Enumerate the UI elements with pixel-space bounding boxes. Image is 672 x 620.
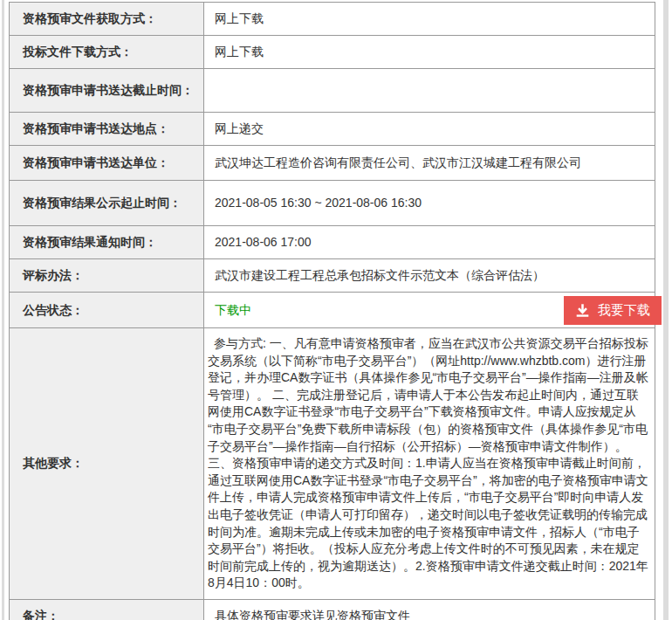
row-label-bid-file-download: 投标文件下载方式： (10, 36, 204, 69)
download-button-label: 我要下载 (598, 302, 650, 319)
row-value-result-notice-time: 2021-08-06 17:00 (204, 226, 655, 259)
table-row: 资格预审申请书送达地点： 网上递交 (10, 113, 655, 146)
row-label-delivery-unit: 资格预审申请书送达单位： (10, 146, 204, 181)
row-value-application-deadline (204, 69, 655, 113)
table-row: 资格预审申请书送达单位： 武汉坤达工程造价咨询有限责任公司、武汉市江汉城建工程有… (10, 146, 655, 181)
table-row: 评标办法： 武汉市建设工程工程总承包招标文件示范文本（综合评估法） (10, 259, 655, 293)
table-row: 资格预审结果公示起止时间： 2021-08-05 16:30 ~ 2021-08… (10, 181, 655, 226)
status-badge: 下载中 (215, 303, 251, 317)
table-row: 公告状态： 下载中 我要下载 (10, 293, 655, 328)
row-value-remarks: 具体资格预审要求详见资格预审文件 (204, 599, 655, 620)
row-label-announcement-status: 公告状态： (10, 293, 204, 328)
row-value-delivery-unit: 武汉坤达工程造价咨询有限责任公司、武汉市江汉城建工程有限公司 (204, 146, 655, 181)
table-row: 投标文件下载方式： 网上下载 (10, 36, 655, 69)
row-label-remarks: 备注： (10, 599, 204, 620)
row-label-application-deadline: 资格预审申请书送达截止时间： (10, 69, 204, 113)
page-edge-right (663, 0, 669, 620)
table-row: 其他要求： 参与方式: 一、凡有意申请资格预审者，应当在武汉市公共资源交易平台招… (10, 328, 655, 600)
row-label-result-notice-time: 资格预审结果通知时间： (10, 226, 204, 259)
row-value-bid-file-download: 网上下载 (204, 36, 655, 69)
page-edge-left (2, 0, 4, 620)
prequalification-info-table: 资格预审文件获取方式： 网上下载 投标文件下载方式： 网上下载 资格预审申请书送… (9, 2, 655, 620)
row-value-announcement-status: 下载中 我要下载 (204, 293, 655, 328)
row-value-delivery-place: 网上递交 (204, 113, 655, 146)
table-row: 资格预审申请书送达截止时间： (10, 69, 655, 113)
row-value-result-publicity-period: 2021-08-05 16:30 ~ 2021-08-06 16:30 (204, 181, 655, 226)
row-label-delivery-place: 资格预审申请书送达地点： (10, 113, 204, 146)
row-value-file-obtain-method: 网上下载 (204, 3, 655, 36)
row-label-evaluation-method: 评标办法： (10, 259, 204, 293)
row-value-other-requirements: 参与方式: 一、凡有意申请资格预审者，应当在武汉市公共资源交易平台招标投标交易系… (204, 328, 655, 600)
row-label-other-requirements: 其他要求： (10, 328, 204, 600)
download-button[interactable]: 我要下载 (564, 296, 662, 325)
table-row: 备注： 具体资格预审要求详见资格预审文件 (10, 599, 655, 620)
table-row: 资格预审文件获取方式： 网上下载 (10, 3, 655, 36)
download-icon (575, 303, 590, 318)
table-row: 资格预审结果通知时间： 2021-08-06 17:00 (10, 226, 655, 259)
row-label-file-obtain-method: 资格预审文件获取方式： (10, 3, 204, 36)
row-label-result-publicity-period: 资格预审结果公示起止时间： (10, 181, 204, 226)
row-value-evaluation-method: 武汉市建设工程工程总承包招标文件示范文本（综合评估法） (204, 259, 655, 293)
